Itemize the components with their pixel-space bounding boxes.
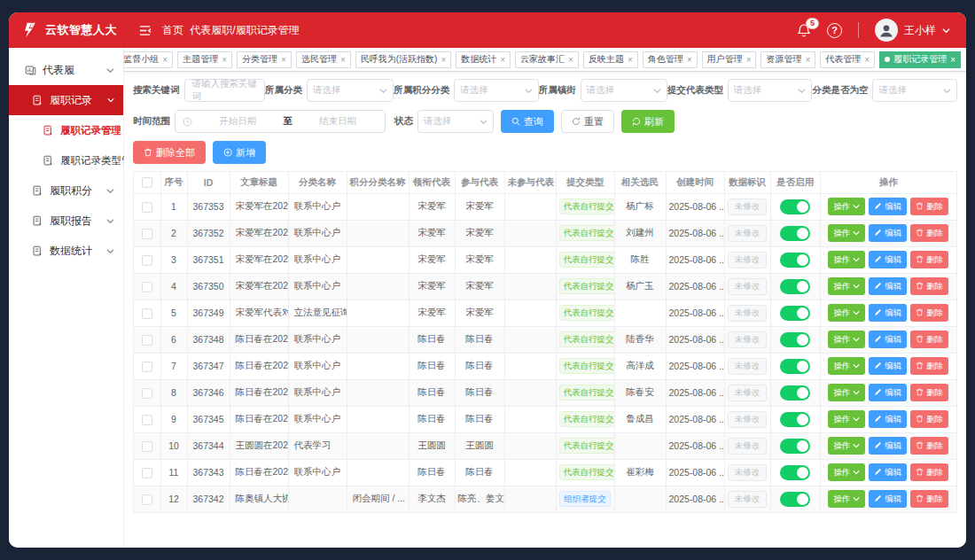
row-checkbox[interactable] (142, 441, 152, 452)
row-action-dropdown-button[interactable]: 操作 (828, 357, 865, 375)
row-action-dropdown-button[interactable]: 操作 (828, 490, 865, 508)
enabled-toggle[interactable] (780, 226, 810, 241)
tab-close-icon[interactable]: × (162, 55, 168, 65)
collapse-sidebar-icon[interactable] (138, 24, 152, 37)
tab-close-icon[interactable]: × (222, 55, 227, 65)
row-edit-button[interactable]: 编辑 (869, 410, 907, 428)
delete-all-button[interactable]: 删除全部 (133, 141, 206, 164)
row-action-dropdown-button[interactable]: 操作 (828, 304, 865, 322)
row-checkbox[interactable] (142, 494, 152, 505)
query-button[interactable]: 查询 (501, 110, 554, 133)
breadcrumb[interactable]: 首页 代表履职/履职记录管理 (162, 23, 300, 38)
row-action-dropdown-button[interactable]: 操作 (828, 437, 865, 455)
row-edit-button[interactable]: 编辑 (869, 490, 907, 508)
row-checkbox[interactable] (142, 415, 152, 425)
tab-10[interactable]: 民呼我为(活跃指数)× (355, 51, 452, 68)
row-delete-button[interactable]: 删除 (910, 463, 948, 481)
row-checkbox[interactable] (142, 255, 152, 266)
tab-close-icon[interactable]: × (628, 55, 633, 65)
refresh-button[interactable]: 刷新 (621, 110, 675, 133)
row-delete-button[interactable]: 删除 (910, 490, 948, 508)
tab-8[interactable]: 分类管理× (237, 51, 292, 68)
enabled-toggle[interactable] (780, 332, 810, 347)
tab-16[interactable]: 资源管理× (760, 51, 815, 68)
sidebar-item-daibiaolv[interactable]: 代表履 (9, 55, 123, 85)
row-checkbox[interactable] (142, 308, 152, 319)
row-edit-button[interactable]: 编辑 (869, 198, 907, 215)
enabled-toggle[interactable] (780, 306, 810, 321)
tab-17[interactable]: 代表管理× (820, 51, 875, 68)
row-delete-button[interactable]: 删除 (910, 304, 948, 322)
row-edit-button[interactable]: 编辑 (869, 331, 907, 348)
enabled-toggle[interactable] (780, 199, 810, 214)
tab-close-icon[interactable]: × (340, 55, 346, 65)
row-checkbox[interactable] (142, 282, 152, 292)
row-action-dropdown-button[interactable]: 操作 (828, 410, 865, 428)
row-checkbox[interactable] (142, 388, 152, 399)
row-action-dropdown-button[interactable]: 操作 (828, 251, 865, 268)
row-edit-button[interactable]: 编辑 (869, 304, 907, 322)
row-action-dropdown-button[interactable]: 操作 (828, 331, 865, 348)
score-category-select[interactable]: 请选择 (454, 79, 539, 102)
sidebar-item-lvzhijifen[interactable]: 履职积分 (9, 175, 123, 206)
tab-close-icon[interactable]: × (568, 55, 573, 65)
start-date-placeholder[interactable]: 开始日期 (198, 115, 277, 128)
row-delete-button[interactable]: 删除 (910, 410, 948, 428)
row-checkbox[interactable] (142, 362, 152, 372)
enabled-toggle[interactable] (780, 492, 810, 507)
category-empty-select[interactable]: 请选择 (872, 79, 957, 102)
enabled-toggle[interactable] (780, 412, 810, 427)
row-delete-button[interactable]: 删除 (910, 251, 948, 268)
tab-7[interactable]: 主题管理× (177, 51, 232, 68)
row-edit-button[interactable]: 编辑 (869, 277, 907, 295)
user-menu[interactable]: 王小样 (875, 19, 950, 42)
row-checkbox[interactable] (142, 202, 152, 213)
tab-close-icon[interactable]: × (805, 55, 810, 65)
enabled-toggle[interactable] (780, 465, 810, 480)
rep-type-select[interactable]: 请选择 (728, 79, 813, 102)
add-button[interactable]: 新增 (213, 141, 266, 164)
row-edit-button[interactable]: 编辑 (869, 357, 907, 375)
tab-18[interactable]: 履职记录管理× (879, 51, 961, 68)
row-delete-button[interactable]: 删除 (910, 357, 948, 375)
enabled-toggle[interactable] (780, 359, 810, 374)
category-select[interactable]: 请选择 (307, 79, 394, 102)
row-edit-button[interactable]: 编辑 (869, 251, 907, 268)
row-delete-button[interactable]: 删除 (910, 384, 948, 401)
reset-button[interactable]: 重置 (561, 110, 614, 133)
tab-14[interactable]: 角色管理× (643, 51, 698, 68)
select-all-checkbox[interactable] (142, 177, 152, 188)
row-action-dropdown-button[interactable]: 操作 (828, 463, 865, 481)
tab-close-icon[interactable]: × (687, 55, 692, 65)
row-delete-button[interactable]: 删除 (910, 331, 948, 348)
tab-close-icon[interactable]: × (281, 55, 286, 65)
enabled-toggle[interactable] (780, 253, 810, 268)
end-date-placeholder[interactable]: 结束日期 (298, 115, 378, 128)
tab-9[interactable]: 选民管理× (296, 51, 351, 68)
sidebar-item-lvzhijilu[interactable]: 履职记录 (9, 85, 123, 115)
row-delete-button[interactable]: 删除 (910, 198, 948, 215)
row-edit-button[interactable]: 编辑 (869, 224, 907, 242)
row-edit-button[interactable]: 编辑 (869, 463, 907, 481)
row-action-dropdown-button[interactable]: 操作 (828, 384, 865, 401)
tab-close-icon[interactable]: × (441, 55, 446, 65)
tab-close-icon[interactable]: × (746, 55, 752, 65)
row-checkbox[interactable] (142, 335, 152, 346)
tab-11[interactable]: 数据统计× (456, 51, 511, 68)
date-range-picker[interactable]: 开始日期 至 结束日期 (175, 110, 386, 133)
tab-6[interactable]: 监督小组× (124, 51, 173, 68)
row-delete-button[interactable]: 删除 (910, 277, 948, 295)
status-select[interactable]: 请选择 (417, 110, 494, 133)
row-action-dropdown-button[interactable]: 操作 (828, 277, 865, 295)
sidebar-item-jilu-guanli[interactable]: 履职记录管理 (9, 115, 123, 145)
breadcrumb-home[interactable]: 首页 (162, 24, 183, 36)
row-checkbox[interactable] (142, 229, 152, 239)
keyword-input[interactable]: 请输入搜索关键词 (184, 79, 266, 102)
row-action-dropdown-button[interactable]: 操作 (828, 224, 865, 242)
sidebar-item-jilu-leixing[interactable]: 履职记录类型管理 (9, 145, 123, 175)
row-delete-button[interactable]: 删除 (910, 224, 948, 242)
row-action-dropdown-button[interactable]: 操作 (828, 198, 865, 215)
tab-close-icon[interactable]: × (500, 55, 505, 65)
enabled-toggle[interactable] (780, 279, 810, 294)
row-edit-button[interactable]: 编辑 (869, 437, 907, 455)
